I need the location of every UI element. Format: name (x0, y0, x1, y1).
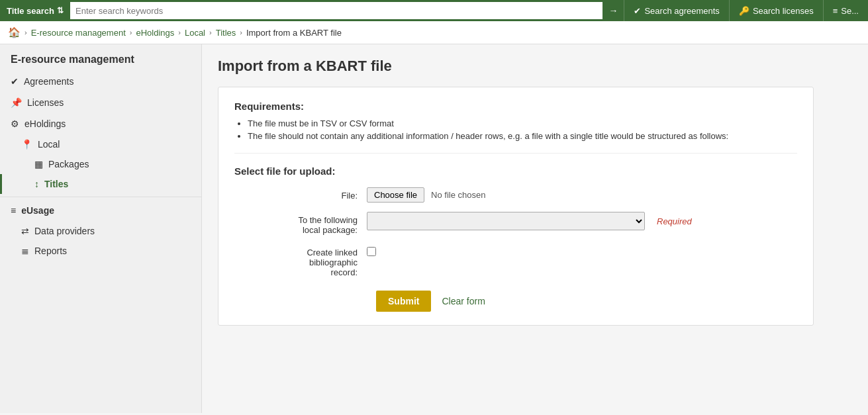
search-agreements-label: Search agreements (644, 6, 719, 16)
ebsco-icon: ≡ (833, 6, 838, 16)
search-licenses-label: Search licenses (753, 6, 814, 16)
bib-record-field (367, 244, 797, 256)
agreements-label: Agreements (24, 76, 73, 87)
requirements-list: The file must be in TSV or CSV format Th… (234, 118, 797, 141)
search-input[interactable] (70, 2, 603, 19)
search-input-wrapper (70, 2, 603, 19)
breadcrumb-e-resource[interactable]: E-resource management (31, 28, 126, 38)
breadcrumb-sep-0: › (24, 28, 27, 36)
search-agreements-button[interactable]: ✔ Search agreements (624, 0, 728, 21)
agreements-check-icon: ✔ (634, 6, 641, 16)
top-bar: Title search ⇅ → ✔ Search agreements 🔑 S… (0, 0, 868, 21)
sidebar-item-eusage[interactable]: ≡ eUsage (0, 200, 201, 221)
breadcrumb-eholdings[interactable]: eHoldings (136, 28, 174, 38)
package-label: To the following local package: (234, 212, 367, 235)
bib-record-checkbox[interactable] (367, 247, 376, 256)
agreements-icon: ✔ (11, 76, 19, 87)
breadcrumb-sep-2: › (178, 28, 181, 36)
eholdings-icon: ⚙ (11, 118, 19, 129)
file-field: Choose file No file chosen (367, 187, 797, 203)
reports-label: Reports (34, 246, 67, 256)
search-go-button[interactable]: → (603, 2, 624, 19)
package-field: Required (367, 212, 797, 230)
sidebar-item-licenses[interactable]: 📌 Licenses (0, 92, 201, 113)
sidebar-divider (0, 197, 201, 197)
breadcrumb-sep-1: › (130, 28, 132, 36)
sidebar-item-agreements[interactable]: ✔ Agreements (0, 71, 201, 92)
page-title: Import from a KBART file (218, 58, 852, 75)
sidebar-item-titles[interactable]: ↕ Titles (0, 174, 201, 194)
breadcrumb-sep-4: › (240, 28, 242, 36)
file-label: File: (234, 187, 367, 201)
package-select[interactable] (367, 212, 645, 230)
sidebar-item-local[interactable]: 📍 Local (0, 134, 201, 154)
breadcrumb-sep-3: › (209, 28, 212, 36)
submit-button[interactable]: Submit (376, 291, 431, 312)
eusage-icon: ≡ (11, 205, 16, 216)
search-licenses-button[interactable]: 🔑 Search licenses (729, 0, 823, 21)
packages-icon: ▦ (34, 159, 43, 169)
licenses-icon: 📌 (11, 97, 22, 108)
form-actions: Submit Clear form (376, 291, 797, 312)
breadcrumb-local[interactable]: Local (185, 28, 205, 38)
choose-file-button[interactable]: Choose file (367, 187, 424, 203)
title-search-label: Title search (7, 6, 54, 16)
packages-label: Packages (48, 159, 89, 169)
clear-form-button[interactable]: Clear form (442, 296, 485, 306)
eusage-label: eUsage (21, 205, 54, 216)
sidebar-item-reports[interactable]: ≣ Reports (0, 241, 201, 261)
required-label: Required (657, 216, 692, 226)
bib-record-row: Create linked bibliographic record: (234, 244, 797, 277)
sidebar-item-data-providers[interactable]: ⇄ Data providers (0, 221, 201, 241)
form-card: Requirements: The file must be in TSV or… (218, 87, 814, 326)
sidebar-item-eholdings[interactable]: ⚙ eHoldings (0, 113, 201, 134)
search-ebsco-button[interactable]: ≡ Se... (823, 0, 868, 21)
reports-icon: ≣ (21, 246, 29, 256)
sidebar-section-title: E-resource management (0, 44, 201, 71)
data-providers-icon: ⇄ (21, 226, 29, 236)
no-file-text: No file chosen (431, 190, 485, 200)
sidebar-item-packages[interactable]: ▦ Packages (0, 154, 201, 174)
nav-actions: ✔ Search agreements 🔑 Search licenses ≡ … (624, 0, 868, 21)
sidebar: E-resource management ✔ Agreements 📌 Lic… (0, 44, 202, 413)
local-label: Local (38, 139, 60, 150)
licenses-label: Licenses (27, 97, 64, 108)
select-file-title: Select file for upload: (234, 165, 797, 177)
title-search-button[interactable]: Title search ⇅ (0, 0, 70, 21)
local-icon: 📍 (21, 139, 32, 150)
section-divider (234, 153, 797, 154)
licenses-key-icon: 🔑 (739, 6, 749, 16)
package-row: To the following local package: Required (234, 212, 797, 235)
titles-label: Titles (44, 179, 68, 189)
req-item-0: The file must be in TSV or CSV format (248, 118, 797, 128)
requirements-heading: Requirements: (234, 101, 797, 112)
req-item-1: The file should not contain any addition… (248, 131, 797, 141)
breadcrumb-titles[interactable]: Titles (216, 28, 236, 38)
home-icon[interactable]: 🏠 (8, 26, 21, 38)
main-layout: E-resource management ✔ Agreements 📌 Lic… (0, 44, 868, 413)
file-row: File: Choose file No file chosen (234, 187, 797, 203)
breadcrumb-current: Import from a KBART file (246, 28, 342, 38)
content-area: Import from a KBART file Requirements: T… (202, 44, 868, 413)
bib-record-label: Create linked bibliographic record: (234, 244, 367, 277)
titles-icon: ↕ (34, 179, 39, 189)
search-ebsco-label: Se... (841, 6, 859, 16)
sort-icon: ⇅ (57, 6, 64, 15)
eholdings-label: eHoldings (24, 118, 66, 129)
data-providers-label: Data providers (34, 226, 95, 236)
breadcrumb: 🏠 › E-resource management › eHoldings › … (0, 21, 868, 44)
